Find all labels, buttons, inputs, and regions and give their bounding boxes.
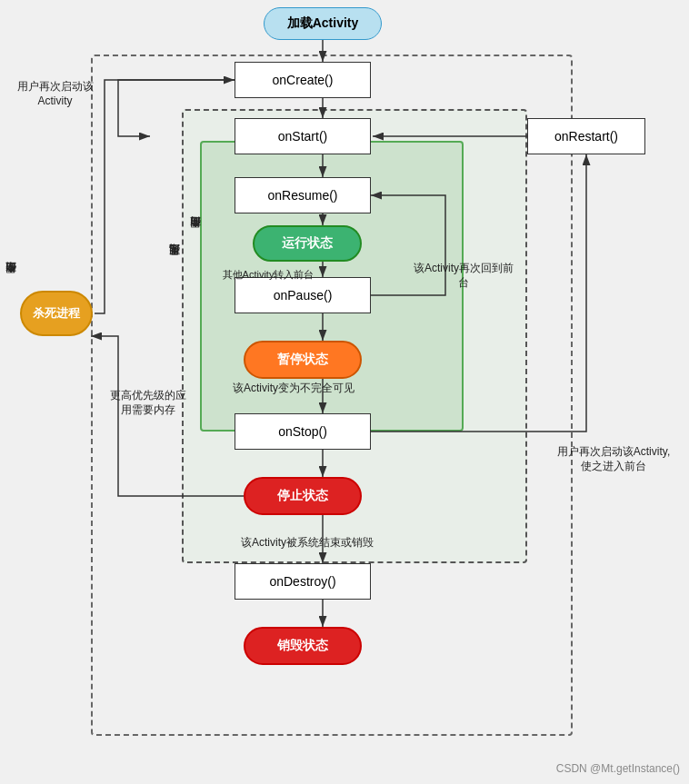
stopped-state-node: 停止状态 bbox=[244, 477, 362, 515]
paused-state-node: 暂停状态 bbox=[244, 341, 362, 379]
activity-back-fg-label: 该Activity再次回到前台 bbox=[409, 262, 518, 290]
destroyed-state-node: 销毁状态 bbox=[244, 627, 362, 665]
user-restart-label: 用户再次启动该Activity bbox=[16, 80, 94, 108]
running-state-node: 运行状态 bbox=[253, 225, 362, 262]
onstart-node: onStart() bbox=[235, 118, 371, 154]
onrestart-node: onRestart() bbox=[527, 118, 645, 154]
oncreate-node: onCreate() bbox=[235, 62, 371, 98]
diagram-container: 加载Activity onCreate() onStart() onRestar… bbox=[0, 0, 689, 784]
csdn-watermark: CSDN @Mt.getInstance() bbox=[556, 762, 680, 777]
load-activity-node: 加载Activity bbox=[264, 7, 382, 40]
higher-priority-label: 更高优先级的应用需要内存 bbox=[107, 389, 189, 417]
onpause-node: onPause() bbox=[235, 277, 371, 313]
user-restart2-label: 用户再次启动该Activity,使之进入前台 bbox=[554, 445, 673, 473]
onstop-node: onStop() bbox=[235, 413, 371, 450]
activity-invisible-label: 该Activity变为不完全可见 bbox=[225, 382, 362, 396]
system-end-label: 该Activity被系统结束或销毁 bbox=[225, 536, 389, 551]
other-activity-fg-label: 其他Activity转入前台 bbox=[218, 268, 318, 281]
ondestroy-node: onDestroy() bbox=[235, 563, 371, 600]
onresume-node: onResume() bbox=[235, 177, 371, 213]
kill-process-node: 杀死进程 bbox=[20, 291, 93, 336]
